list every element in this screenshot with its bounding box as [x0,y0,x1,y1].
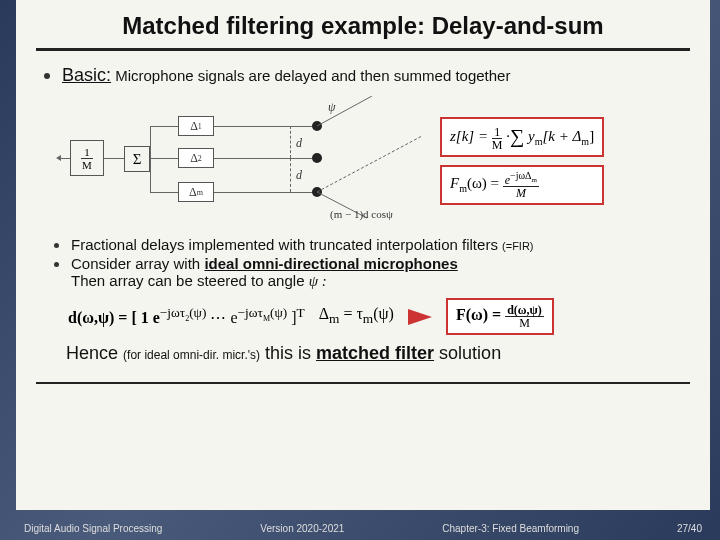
implies-arrow-icon [408,309,432,325]
equation-fm: Fm(ω) = e−jωΔm M [440,165,604,205]
bottom-rule [36,382,690,384]
wavefront-icon [312,96,430,226]
path-diff-label: (m − 1)d cosψ [330,208,393,220]
sigma-icon: ∑ [510,125,524,147]
gain-block: 1 M [70,140,104,176]
fraction: d(ω,ψ) M [505,304,544,329]
equation-F-omega: F(ω) = d(ω,ψ) M [446,298,554,335]
wire [150,126,151,192]
slide-body: Matched filtering example: Delay-and-sum… [16,0,710,510]
slide-footer: Digital Audio Signal Processing Version … [16,523,710,534]
footer-right: Chapter-3: Fixed Beamforming [442,523,579,534]
spacing-label-d: d [296,136,302,151]
wire [104,158,124,159]
equation-zk: z[k] = 1M ·∑ ym[k + Δm] [440,117,604,156]
gain-num: 1 [81,146,93,159]
bullet-fractional: Fractional delays implemented with trunc… [54,236,690,253]
spacing-marker [290,126,291,158]
bullet-dot-icon [54,243,59,248]
bullet-basic-rest: Microphone signals are delayed and then … [111,67,510,84]
footer-mid: Version 2020-2021 [260,523,344,534]
bullet-basic: Basic: Microphone signals are delayed an… [44,65,690,86]
equation-delta-tau: Δm = τm(ψ) [319,305,394,327]
footer-left: Digital Audio Signal Processing [24,523,162,534]
fraction: 1M [492,126,503,151]
wire [214,126,314,127]
bullet-fractional-text: Fractional delays implemented with trunc… [71,236,534,253]
fraction: e−jωΔm M [503,171,539,199]
sub-bullets: Fractional delays implemented with trunc… [54,236,690,290]
equation-column: z[k] = 1M ·∑ ym[k + Δm] Fm(ω) = e−jωΔm M [440,117,604,204]
wire [214,158,314,159]
gain-den: M [82,159,92,171]
equation-row-bottom: d(ω,ψ) = [ 1 e−jωτ2(ψ) ⋯ e−jωτM(ψ) ]T Δm… [68,298,690,335]
spacing-label-d: d [296,168,302,183]
bullet-basic-lead: Basic: [62,65,111,85]
delay-block-1: Δ1 [178,116,214,136]
output-arrow-icon [56,155,61,161]
spacing-marker [290,158,291,192]
summer-block: Σ [124,146,150,172]
wire [150,126,178,127]
delay-block-2: Δ2 [178,148,214,168]
bullet-dot-icon [44,73,50,79]
angle-psi-label: ψ [328,100,335,115]
wire [150,192,178,193]
bullet-basic-text: Basic: Microphone signals are delayed an… [62,65,510,86]
delay-block-m: Δm [178,182,214,202]
conclusion-line: Hence (for ideal omni-dir. micr.'s) this… [66,343,690,364]
wire [150,158,178,159]
block-diagram: 1 M Σ Δ1 Δ2 Δm [60,96,430,226]
output-line [60,158,70,159]
bullet-consider: Consider array with ideal omni-direction… [54,255,690,290]
bullet-dot-icon [54,262,59,267]
bullet-consider-text: Consider array with ideal omni-direction… [71,255,458,290]
equation-steering-vector: d(ω,ψ) = [ 1 e−jωτ2(ψ) ⋯ e−jωτM(ψ) ]T [68,305,305,327]
title-rule [36,48,690,51]
svg-line-0 [317,96,372,126]
wire [214,192,314,193]
slide-title: Matched filtering example: Delay-and-sum [36,12,690,48]
svg-line-1 [317,136,422,192]
footer-page: 27/40 [677,523,702,534]
diagram-and-equations-row: 1 M Σ Δ1 Δ2 Δm [60,96,690,226]
